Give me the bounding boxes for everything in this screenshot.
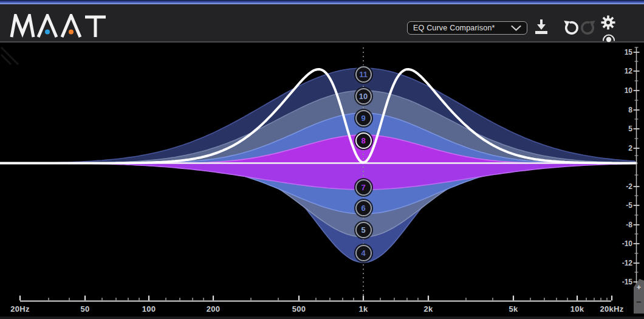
logo-letter-t bbox=[85, 17, 106, 37]
eq-band-marker-7[interactable]: 7 bbox=[355, 179, 372, 196]
eq-band-marker-10[interactable]: 10 bbox=[355, 88, 372, 105]
preset-dropdown-value: EQ Curve Comparison* bbox=[413, 24, 495, 32]
gear-icon[interactable] bbox=[600, 15, 616, 30]
download-icon[interactable] bbox=[532, 18, 550, 37]
gauge-icon[interactable] bbox=[601, 32, 616, 43]
header-bar: EQ Curve Comparison* bbox=[0, 4, 644, 43]
zoom-out-button[interactable]: − bbox=[634, 298, 644, 306]
maat-logo bbox=[10, 14, 107, 38]
undo-icon[interactable] bbox=[563, 19, 580, 36]
eq-band-marker-4[interactable]: 4 bbox=[355, 245, 372, 261]
eq-band-marker-8[interactable]: 8 bbox=[355, 132, 372, 149]
preset-dropdown[interactable]: EQ Curve Comparison* bbox=[407, 21, 527, 35]
eq-band-marker-9[interactable]: 9 bbox=[355, 110, 372, 126]
eq-band-marker-11[interactable]: 11 bbox=[355, 66, 372, 83]
eq-band-marker-5[interactable]: 5 bbox=[355, 222, 372, 238]
logo-letter-m bbox=[12, 16, 33, 38]
chevron-down-icon bbox=[511, 26, 521, 31]
logo-orange-dot bbox=[69, 30, 74, 35]
eq-band-markers: 1110987654 bbox=[0, 0, 644, 319]
plugin-window: 20Hz501002005001k2k5k10k20kHz 151210852-… bbox=[0, 0, 644, 319]
eq-band-marker-6[interactable]: 6 bbox=[355, 200, 372, 216]
redo-icon[interactable] bbox=[580, 19, 597, 36]
logo-blue-dot bbox=[45, 30, 50, 35]
